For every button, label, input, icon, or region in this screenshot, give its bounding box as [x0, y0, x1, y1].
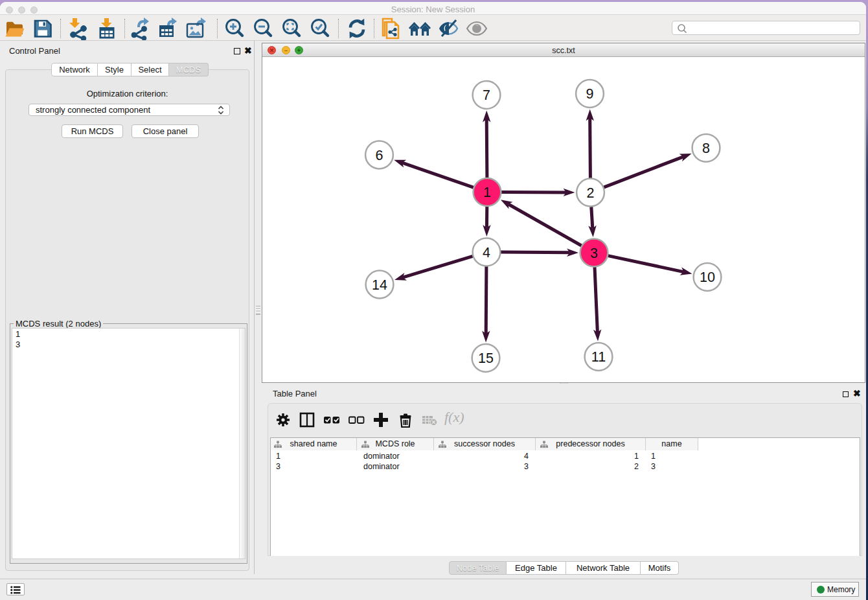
svg-text:8: 8 [702, 141, 710, 156]
svg-text:10: 10 [700, 270, 715, 285]
svg-text:15: 15 [478, 351, 494, 366]
svg-text:14: 14 [372, 277, 387, 293]
svg-text:9: 9 [586, 86, 594, 102]
svg-text:6: 6 [376, 148, 383, 163]
svg-text:4: 4 [483, 245, 490, 260]
svg-text:7: 7 [483, 87, 490, 103]
svg-text:3: 3 [590, 246, 598, 261]
svg-text:1: 1 [483, 185, 491, 200]
svg-text:11: 11 [591, 349, 606, 365]
svg-text:2: 2 [587, 185, 595, 201]
